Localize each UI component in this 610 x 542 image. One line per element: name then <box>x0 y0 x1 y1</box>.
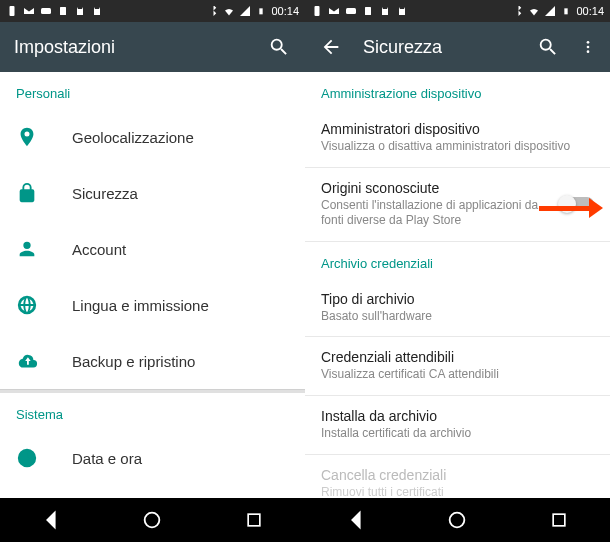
app-bar-security: Sicurezza <box>305 22 610 72</box>
store-icon <box>74 5 86 17</box>
svg-rect-6 <box>248 514 260 526</box>
list-item-label: Lingua e immissione <box>72 297 209 314</box>
nav-bar <box>305 498 610 542</box>
list-item-backup[interactable]: Backup e ripristino <box>0 333 305 389</box>
nav-bar <box>0 498 305 542</box>
status-bar: 00:14 <box>0 0 305 22</box>
store-icon-2 <box>91 5 103 17</box>
status-left-icons <box>6 5 103 17</box>
sim-icon <box>362 5 374 17</box>
setting-trusted-credentials[interactable]: Credenziali attendibili Visualizza certi… <box>305 337 610 395</box>
list-item-label: Geolocalizzazione <box>72 129 194 146</box>
setting-subtitle: Consenti l'installazione di applicazioni… <box>321 198 548 229</box>
youtube-icon <box>40 5 52 17</box>
status-right-icons: 00:14 <box>512 5 604 17</box>
nav-home-button[interactable] <box>122 500 182 540</box>
gmail-icon <box>328 5 340 17</box>
signal-icon <box>239 5 251 17</box>
svg-point-14 <box>450 513 465 528</box>
nav-back-button[interactable] <box>326 500 386 540</box>
setting-device-admin[interactable]: Amministratori dispositivo Visualizza o … <box>305 109 610 167</box>
security-list: Amministrazione dispositivo Amministrato… <box>305 72 610 498</box>
setting-title: Cancella credenziali <box>321 467 594 483</box>
status-left-icons <box>311 5 408 17</box>
battery-icon <box>255 5 267 17</box>
list-item-label: Account <box>72 241 126 258</box>
lock-icon <box>16 182 56 204</box>
nav-recents-button[interactable] <box>529 500 589 540</box>
setting-title: Credenziali attendibili <box>321 349 594 365</box>
settings-list: Personali Geolocalizzazione Sicurezza Ac… <box>0 72 305 498</box>
svg-rect-7 <box>315 6 320 16</box>
setting-title: Amministratori dispositivo <box>321 121 594 137</box>
svg-point-13 <box>587 50 590 53</box>
phone-left: 00:14 Impostazioni Personali Geolocalizz… <box>0 0 305 542</box>
status-bar: 00:14 <box>305 0 610 22</box>
list-item-label: Sicurezza <box>72 185 138 202</box>
page-title: Impostazioni <box>14 37 247 58</box>
search-icon[interactable] <box>267 35 291 59</box>
setting-subtitle: Rimuovi tutti i certificati <box>321 485 594 498</box>
list-item-security[interactable]: Sicurezza <box>0 165 305 221</box>
svg-rect-8 <box>346 8 356 14</box>
list-item-account[interactable]: Account <box>0 221 305 277</box>
svg-rect-10 <box>565 8 568 14</box>
nav-home-button[interactable] <box>427 500 487 540</box>
page-title: Sicurezza <box>363 37 516 58</box>
account-icon <box>16 238 56 260</box>
setting-storage-type[interactable]: Tipo di archivio Basato sull'hardware <box>305 279 610 337</box>
status-time: 00:14 <box>576 5 604 17</box>
bluetooth-icon <box>207 5 219 17</box>
svg-rect-2 <box>60 7 66 15</box>
signal-icon <box>544 5 556 17</box>
setting-subtitle: Visualizza o disattiva amministratori di… <box>321 139 594 155</box>
globe-icon <box>16 294 56 316</box>
nav-recents-button[interactable] <box>224 500 284 540</box>
status-time: 00:14 <box>271 5 299 17</box>
svg-rect-15 <box>553 514 565 526</box>
list-item-label: Backup e ripristino <box>72 353 195 370</box>
location-icon <box>16 126 56 148</box>
wifi-icon <box>223 5 235 17</box>
svg-point-5 <box>145 513 160 528</box>
setting-install-from-storage[interactable]: Installa da archivio Installa certificat… <box>305 396 610 454</box>
section-credentials: Archivio credenziali <box>305 242 610 279</box>
phone-icon <box>6 5 18 17</box>
nav-back-button[interactable] <box>21 500 81 540</box>
status-right-icons: 00:14 <box>207 5 299 17</box>
bluetooth-icon <box>512 5 524 17</box>
section-system: Sistema <box>0 393 305 430</box>
svg-rect-0 <box>10 6 15 16</box>
list-item-language[interactable]: Lingua e immissione <box>0 277 305 333</box>
svg-point-12 <box>587 46 590 49</box>
setting-title: Origini sconosciute <box>321 180 548 196</box>
store-icon-2 <box>396 5 408 17</box>
backup-icon <box>16 350 56 372</box>
sim-icon <box>57 5 69 17</box>
overflow-menu-icon[interactable] <box>580 35 596 59</box>
setting-subtitle: Basato sull'hardware <box>321 309 594 325</box>
list-item-location[interactable]: Geolocalizzazione <box>0 109 305 165</box>
setting-unknown-sources[interactable]: Origini sconosciute Consenti l'installaz… <box>305 168 610 241</box>
phone-right: 00:14 Sicurezza Amministrazione disposit… <box>305 0 610 542</box>
search-icon[interactable] <box>536 35 560 59</box>
phone-icon <box>311 5 323 17</box>
back-button[interactable] <box>319 35 343 59</box>
svg-rect-3 <box>260 8 263 14</box>
list-item-datetime[interactable]: Data e ora <box>0 430 305 486</box>
clock-icon <box>16 447 56 469</box>
svg-rect-1 <box>41 8 51 14</box>
wifi-icon <box>528 5 540 17</box>
list-item-label: Data e ora <box>72 450 142 467</box>
section-admin: Amministrazione dispositivo <box>305 72 610 109</box>
svg-rect-9 <box>365 7 371 15</box>
setting-title: Installa da archivio <box>321 408 594 424</box>
setting-subtitle: Installa certificati da archivio <box>321 426 594 442</box>
svg-point-11 <box>587 41 590 44</box>
section-personal: Personali <box>0 72 305 109</box>
setting-clear-credentials: Cancella credenziali Rimuovi tutti i cer… <box>305 455 610 498</box>
setting-subtitle: Visualizza certificati CA attendibili <box>321 367 594 383</box>
youtube-icon <box>345 5 357 17</box>
battery-icon <box>560 5 572 17</box>
gmail-icon <box>23 5 35 17</box>
